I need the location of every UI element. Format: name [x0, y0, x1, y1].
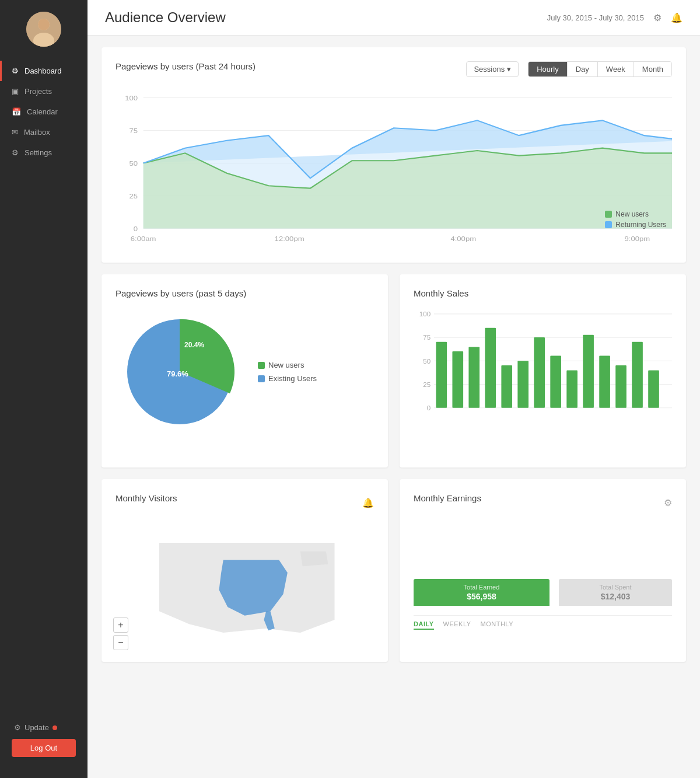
- sidebar-item-settings[interactable]: ⚙ Settings: [0, 142, 88, 163]
- time-tab-group: Hourly Day Week Month: [528, 61, 672, 77]
- gear-icon-earnings[interactable]: ⚙: [664, 497, 672, 508]
- sessions-dropdown[interactable]: Sessions ▾: [466, 61, 519, 77]
- svg-rect-36: [468, 347, 480, 407]
- sidebar-item-mailbox[interactable]: ✉ Mailbox: [0, 122, 88, 142]
- update-item[interactable]: ⚙ Update: [9, 723, 78, 732]
- svg-rect-44: [599, 356, 610, 408]
- svg-rect-46: [632, 342, 643, 408]
- us-map: [116, 517, 374, 648]
- svg-text:4:00pm: 4:00pm: [450, 235, 476, 243]
- svg-text:75: 75: [423, 334, 430, 341]
- area-chart: 100 75 50 25 0 6:00am 12:00pm 4:00pm: [116, 85, 672, 249]
- returning-users-color: [605, 221, 612, 228]
- chevron-down-icon: ▾: [507, 65, 511, 74]
- svg-text:9:00pm: 9:00pm: [625, 235, 650, 243]
- zoom-out-button[interactable]: −: [113, 635, 128, 650]
- page-title: Audience Overview: [105, 9, 226, 26]
- update-icon: ⚙: [14, 723, 21, 732]
- svg-text:0: 0: [134, 225, 138, 232]
- folder-icon: ▣: [12, 87, 19, 96]
- bar-chart-area: 100 75 50 25 0: [414, 308, 672, 453]
- map-card: Monthly Visitors 🔔: [102, 479, 388, 662]
- settings-icon[interactable]: ⚙: [653, 12, 662, 23]
- svg-text:50: 50: [423, 358, 430, 365]
- earnings-tabs: DAILY WEEKLY MONTHLY: [414, 615, 672, 630]
- pie-container: 79.6% 20.4% New users Existing Users: [116, 308, 374, 438]
- pie-legend: New users Existing Users: [258, 361, 317, 385]
- content-area: Pageviews by users (Past 24 hours) Sessi…: [88, 36, 700, 685]
- sidebar-item-calendar[interactable]: 📅 Calendar: [0, 102, 88, 122]
- tab-day[interactable]: Day: [568, 62, 598, 76]
- main-content: Audience Overview July 30, 2015 - July 3…: [88, 0, 700, 778]
- sidebar-item-dashboard[interactable]: ⚙ Dashboard: [0, 61, 88, 81]
- svg-text:20.4%: 20.4%: [184, 341, 204, 349]
- header: Audience Overview July 30, 2015 - July 3…: [88, 0, 700, 36]
- svg-rect-41: [550, 356, 561, 408]
- svg-text:12:00pm: 12:00pm: [275, 235, 304, 243]
- total-spent-bar: Total Spent $12,403: [559, 579, 672, 606]
- bell-icon[interactable]: 🔔: [671, 12, 682, 23]
- earned-value: $56,958: [418, 592, 545, 601]
- tab-weekly[interactable]: WEEKLY: [443, 620, 471, 630]
- svg-text:100: 100: [419, 311, 430, 318]
- bottom-row: Monthly Visitors 🔔: [102, 479, 686, 662]
- spent-bar-body: Total Spent $12,403: [559, 579, 672, 606]
- svg-rect-35: [452, 351, 463, 408]
- pie-chart-title: Pageviews by users (past 5 days): [116, 288, 374, 298]
- earned-bar-body: Total Earned $56,958: [414, 579, 550, 606]
- avatar: [26, 12, 61, 47]
- zoom-in-button[interactable]: +: [113, 617, 128, 633]
- sidebar-item-projects[interactable]: ▣ Projects: [0, 81, 88, 102]
- earnings-bars-area: Total Earned $56,958 Total Spent $12,403: [414, 512, 672, 606]
- pie-chart-card: Pageviews by users (past 5 days): [102, 274, 388, 468]
- new-users-color: [605, 211, 612, 218]
- spent-value: $12,403: [564, 592, 667, 601]
- logout-button[interactable]: Log Out: [12, 739, 76, 757]
- top-chart-header: Pageviews by users (Past 24 hours) Sessi…: [116, 61, 672, 81]
- sidebar: ⚙ Dashboard ▣ Projects 📅 Calendar ✉ Mail…: [0, 0, 88, 778]
- pie-legend-existing: Existing Users: [258, 374, 317, 383]
- update-badge: [52, 725, 57, 730]
- bar-chart-card: Monthly Sales 100 75 50 25 0: [400, 274, 686, 468]
- top-chart-title: Pageviews by users (Past 24 hours): [116, 61, 256, 71]
- svg-text:75: 75: [130, 127, 138, 134]
- dashboard-icon: ⚙: [12, 67, 19, 75]
- tab-hourly[interactable]: Hourly: [528, 62, 568, 76]
- svg-rect-43: [583, 335, 594, 408]
- pie-existing-color: [258, 375, 265, 382]
- settings-icon: ⚙: [12, 148, 19, 157]
- total-earned-bar: Total Earned $56,958: [414, 579, 550, 606]
- pie-chart-svg: 79.6% 20.4%: [116, 308, 244, 438]
- earnings-card: Monthly Earnings ⚙ Total Earned $56,958: [400, 479, 686, 662]
- bell-icon-map[interactable]: 🔔: [362, 497, 374, 508]
- svg-text:50: 50: [130, 159, 138, 167]
- svg-rect-42: [566, 371, 578, 408]
- legend-new-users: New users: [605, 210, 666, 218]
- earned-label: Total Earned: [418, 584, 545, 591]
- spent-label: Total Spent: [564, 584, 667, 591]
- pie-legend-new: New users: [258, 361, 317, 369]
- svg-rect-39: [517, 361, 528, 407]
- pie-new-color: [258, 362, 265, 369]
- svg-text:25: 25: [423, 381, 430, 388]
- tab-month[interactable]: Month: [634, 62, 671, 76]
- envelope-icon: ✉: [12, 128, 18, 137]
- tab-daily[interactable]: DAILY: [414, 620, 434, 630]
- bar-chart-title: Monthly Sales: [414, 288, 672, 298]
- svg-rect-40: [534, 337, 545, 408]
- legend-returning-users: Returning Users: [605, 221, 666, 229]
- calendar-icon: 📅: [12, 107, 21, 116]
- tab-week[interactable]: Week: [598, 62, 634, 76]
- sidebar-nav: ⚙ Dashboard ▣ Projects 📅 Calendar ✉ Mail…: [0, 61, 88, 163]
- svg-rect-34: [436, 342, 447, 408]
- tab-monthly[interactable]: MONTHLY: [481, 620, 513, 630]
- map-controls: + −: [113, 617, 128, 650]
- map-header: Monthly Visitors 🔔: [116, 493, 374, 512]
- header-right: July 30, 2015 - July 30, 2015 ⚙ 🔔: [547, 12, 682, 23]
- date-range: July 30, 2015 - July 30, 2015: [547, 13, 644, 22]
- svg-rect-47: [648, 371, 659, 408]
- chart-legend: New users Returning Users: [605, 210, 666, 231]
- earnings-title: Monthly Earnings: [414, 493, 481, 503]
- svg-rect-38: [501, 365, 512, 408]
- svg-text:0: 0: [427, 404, 430, 411]
